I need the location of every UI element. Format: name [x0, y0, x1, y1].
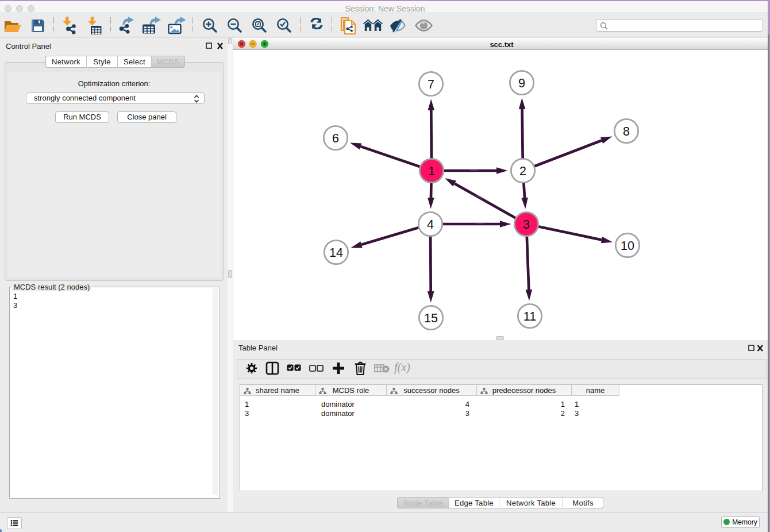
svg-text:15: 15	[424, 311, 438, 325]
svg-text:9: 9	[518, 76, 525, 90]
svg-text:7: 7	[428, 78, 434, 91]
svg-text:3: 3	[523, 218, 530, 232]
svg-text:11: 11	[523, 310, 536, 323]
svg-text:2: 2	[519, 164, 526, 178]
svg-text:6: 6	[332, 132, 339, 145]
svg-text:14: 14	[329, 246, 343, 260]
svg-text:10: 10	[621, 239, 634, 253]
svg-text:1: 1	[428, 164, 435, 178]
svg-text:4: 4	[427, 218, 434, 232]
svg-text:8: 8	[623, 125, 630, 138]
